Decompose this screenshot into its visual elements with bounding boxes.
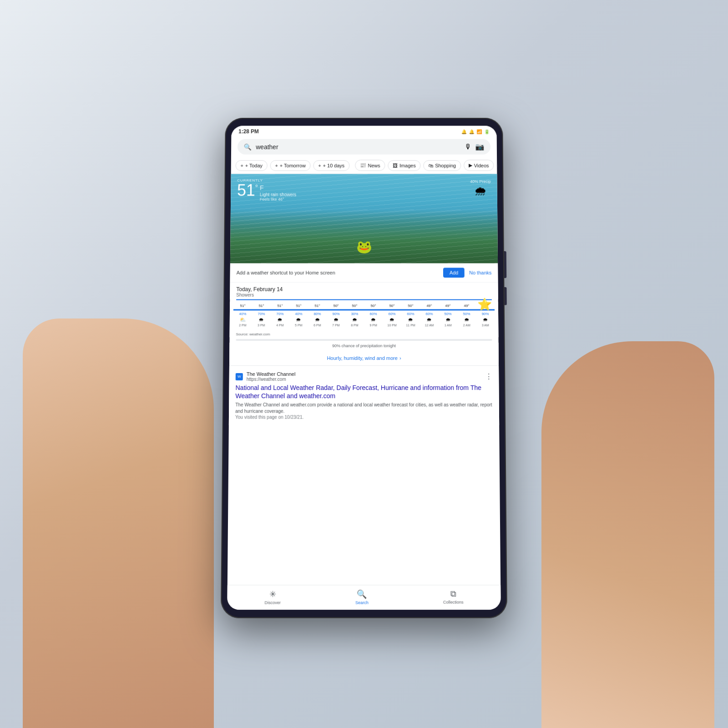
images-label: Images <box>399 163 416 168</box>
search-icon: 🔍 <box>244 143 252 151</box>
weather-header: CURRENTLY 51° F Light rain showers Feels… <box>230 174 498 263</box>
news-label: News <box>368 163 380 168</box>
result-title[interactable]: National and Local Weather Radar, Daily … <box>235 384 492 400</box>
filter-tab-tomorrow[interactable]: + + Tomorrow <box>270 160 311 171</box>
source-line: Source: weather.com <box>230 331 499 337</box>
precip-12: 50% <box>457 312 476 316</box>
tab-label-2: + Tomorrow <box>280 163 306 168</box>
time-0: 2 PM <box>233 324 252 327</box>
filter-tab-10days[interactable]: + + 10 days <box>313 160 349 171</box>
result-source: W The Weather Channel https://weather.co… <box>236 371 493 382</box>
precip-2: 70% <box>271 312 289 316</box>
search-input-box[interactable]: 🔍 weather 🎙 📷 <box>238 139 490 155</box>
time-6: 8 PM <box>345 324 364 327</box>
shortcut-banner: Add a weather shortcut to your Home scre… <box>230 263 498 283</box>
temp-5: 50° <box>327 304 345 308</box>
today-header: Today, February 14 Showers ⭐ <box>230 283 498 299</box>
power-button[interactable] <box>504 251 507 278</box>
temp-bar <box>233 309 495 310</box>
add-button[interactable]: Add <box>443 268 465 278</box>
hourly-forecast[interactable]: 51° 51° 51° 51° 51° 50° 50° 50° 50° 50° … <box>230 302 499 332</box>
filter-tab-today[interactable]: + + Today <box>236 160 268 171</box>
nav-collections[interactable]: ⧉ Collections <box>443 589 464 605</box>
icon-10: 🌧 <box>420 317 439 323</box>
temp-10: 49° <box>420 304 439 308</box>
time-1: 3 PM <box>252 324 271 327</box>
collections-icon: ⧉ <box>450 589 456 599</box>
icon-8: 🌧 <box>383 317 401 323</box>
temperature-line <box>236 299 492 300</box>
more-details-label: Hourly, humidity, wind and more <box>327 355 397 361</box>
notification-icon: 🔔 <box>461 129 467 134</box>
icon-6: 🌧 <box>345 317 364 323</box>
precip-note: 90% chance of precipitation tonight <box>229 343 499 351</box>
icon-0: ⛅ <box>233 317 252 323</box>
main-content: CURRENTLY 51° F Light rain showers Feels… <box>227 174 500 610</box>
precip-6: 30% <box>345 312 364 316</box>
temp-3: 51° <box>289 304 308 308</box>
search-nav-icon: 🔍 <box>357 589 367 600</box>
tab-shopping[interactable]: 🛍 Shopping <box>423 160 461 171</box>
search-actions: 🎙 📷 <box>465 142 485 151</box>
today-date: Today, February 14 <box>236 286 491 293</box>
icon-5: 🌧 <box>327 317 345 323</box>
scene-rain <box>230 210 498 263</box>
temp-0: 51° <box>233 304 252 308</box>
tab-videos[interactable]: ▶ Videos <box>464 160 494 171</box>
precip-9: 60% <box>401 312 420 316</box>
result-domain-block: The Weather Channel https://weather.com <box>247 371 296 382</box>
temp-6: 50° <box>345 304 364 308</box>
today-condition: Showers <box>236 293 492 298</box>
lens-icon[interactable]: 📷 <box>475 142 484 151</box>
tab-images[interactable]: 🖼 Images <box>388 160 420 171</box>
time-7: 9 PM <box>364 324 383 327</box>
more-details-link[interactable]: Hourly, humidity, wind and more › <box>229 351 499 366</box>
mic-icon[interactable]: 🎙 <box>465 143 472 151</box>
battery-icon: 🔋 <box>484 129 490 134</box>
precip-7: 60% <box>364 312 383 316</box>
time-9: 11 PM <box>401 324 420 327</box>
search-query: weather <box>256 143 460 151</box>
discover-icon: ✳ <box>269 589 276 600</box>
precip-5: 90% <box>327 312 345 316</box>
result-more-icon[interactable]: ⋮ <box>485 372 492 381</box>
nav-search[interactable]: 🔍 Search <box>355 589 369 605</box>
nav-discover[interactable]: ✳ Discover <box>264 589 281 605</box>
precip-1: 70% <box>252 312 271 316</box>
no-thanks-button[interactable]: No thanks <box>469 270 491 275</box>
time-high: 3 AM <box>476 324 495 327</box>
shortcut-buttons: Add No thanks <box>443 268 492 278</box>
result-url: https://weather.com <box>247 377 296 382</box>
frog-character: 🐸 <box>356 239 372 254</box>
tab-news[interactable]: 📰 News <box>355 160 385 171</box>
status-bar: 1:28 PM 🔔 🔔 📶 🔋 <box>231 126 496 136</box>
tab-label: + Today <box>245 163 263 168</box>
search-nav-label: Search <box>355 600 369 605</box>
icon-11: 🌧 <box>439 317 457 323</box>
result-visited: You visited this page on 10/23/21. <box>235 415 493 420</box>
search-result: W The Weather Channel https://weather.co… <box>229 366 499 425</box>
volume-button[interactable] <box>504 287 506 305</box>
tab-label-3: + 10 days <box>323 163 344 168</box>
weather-widget: CURRENTLY 51° F Light rain showers Feels… <box>230 174 498 263</box>
status-icons: 🔔 🔔 📶 🔋 <box>461 129 490 134</box>
temp-2: 51° <box>271 304 289 308</box>
icon-4: 🌧 <box>308 317 327 323</box>
icon-1: 🌧 <box>252 317 271 323</box>
icon-2: 🌧 <box>271 317 289 323</box>
temp-4: 51° <box>308 304 327 308</box>
precip-10: 60% <box>420 312 439 316</box>
precip-11: 50% <box>439 312 457 316</box>
time-11: 1 AM <box>439 324 457 327</box>
icon-3: 🌧 <box>289 317 308 323</box>
temp-8: 50° <box>383 304 401 308</box>
tab-bo[interactable]: Bo <box>496 160 497 171</box>
precip-high: 90% <box>476 312 495 316</box>
temp-12: 49° <box>457 304 476 308</box>
favicon-letter: W <box>238 374 241 379</box>
expand-bar[interactable] <box>236 339 492 341</box>
icon-9: 🌧 <box>401 317 420 323</box>
wifi-icon: 📶 <box>476 129 482 134</box>
temp-1: 51° <box>252 304 271 308</box>
icon-12: 🌧 <box>457 317 476 323</box>
